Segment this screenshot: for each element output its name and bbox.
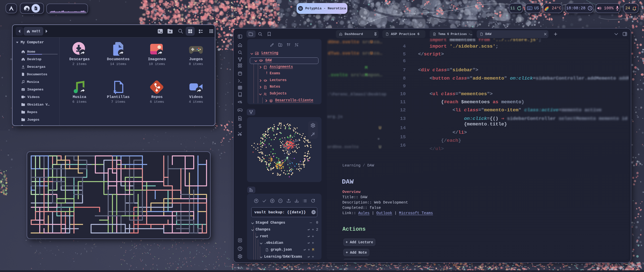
svg-text:<%: <% [238,100,242,104]
svg-text:$: $ [158,30,160,33]
